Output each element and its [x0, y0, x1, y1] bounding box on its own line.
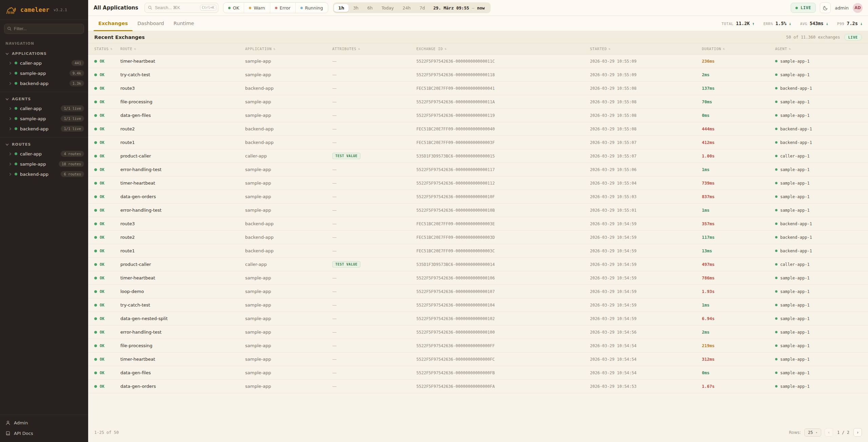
sidebar-item-backend-app[interactable]: backend-app 6 routes [0, 169, 88, 179]
column-header-route[interactable]: ROUTE⇅ [120, 47, 245, 51]
table-row[interactable]: OK product-caller caller-app TEST VALUE … [88, 149, 868, 163]
time-range-1h[interactable]: 1h [334, 4, 349, 12]
sidebar-item-caller-app[interactable]: caller-app 4 routes [0, 149, 88, 159]
table-row[interactable]: OK product-caller caller-app TEST VALUE … [88, 258, 868, 271]
status-filter-warn[interactable]: Warn [244, 3, 270, 13]
status-filter-running[interactable]: Running [296, 3, 328, 13]
column-header-started[interactable]: STARTED⇅ [590, 47, 702, 51]
time-range-6h[interactable]: 6h [363, 4, 377, 12]
route-cell: route1 [120, 140, 245, 145]
table-row[interactable]: OK error-handling-test sample-app — 5522… [88, 163, 868, 176]
table-row[interactable]: OK timer-heartbeat sample-app — 5522F5F9… [88, 353, 868, 366]
started-cell: 2026-03-29 10:54:54 [590, 357, 702, 362]
status-filter-label: OK [233, 5, 239, 10]
live-toggle-button[interactable]: LIVE [791, 3, 816, 13]
time-range-24h[interactable]: 24h [398, 4, 415, 12]
table-title-band: Recent Exchanges 50 of 11.360 exchanges … [88, 31, 868, 43]
status-cell: OK [94, 167, 120, 172]
time-range-today[interactable]: Today [377, 4, 398, 12]
prev-page-button[interactable]: ‹ [825, 428, 833, 437]
status-filter-ok[interactable]: OK [223, 3, 244, 13]
status-cell: OK [94, 59, 120, 64]
table-row[interactable]: OK try-catch-test sample-app — 5522F5F97… [88, 68, 868, 82]
date-range[interactable]: 29. März 09:55 – now [429, 5, 489, 10]
table-row[interactable]: OK route3 backend-app — FEC51BC20E7FF09-… [88, 217, 868, 231]
sidebar-filter [4, 24, 84, 34]
table-row[interactable]: OK data-gen-files sample-app — 5522F5F97… [88, 109, 868, 122]
column-header-status[interactable]: STATUS⇅ [94, 47, 120, 51]
table-row[interactable]: OK route1 backend-app — FEC51BC20E7FF09-… [88, 136, 868, 149]
attributes-cell: — [332, 248, 416, 253]
sidebar-footer-api-docs[interactable]: API Docs [0, 428, 88, 439]
avatar[interactable]: AD [853, 3, 863, 13]
sidebar-footer-admin[interactable]: Admin [0, 418, 88, 428]
table-row[interactable]: OK data-gen-orders sample-app — 5522F5F9… [88, 380, 868, 393]
agent-cell: backend-app-1 [775, 249, 862, 253]
stat-value: 7.2s [847, 21, 858, 26]
time-range-group: 1h3h6hToday24h7d 29. März 09:55 – now [333, 2, 491, 13]
time-range-7d[interactable]: 7d [415, 4, 429, 12]
theme-toggle-button[interactable] [820, 2, 831, 13]
sidebar-section-header[interactable]: APPLICATIONS [0, 49, 88, 58]
table-row[interactable]: OK error-handling-test sample-app — 5522… [88, 325, 868, 339]
page-indicator: 1 / 2 [836, 430, 850, 435]
attributes-cell: — [332, 86, 416, 91]
sidebar-section-header[interactable]: AGENTS [0, 94, 88, 103]
table-row[interactable]: OK error-handling-test sample-app — 5522… [88, 204, 868, 217]
route-cell: data-gen-files [120, 370, 245, 375]
next-page-button[interactable]: › [853, 428, 862, 437]
agent-status-dot [775, 223, 777, 225]
tab-runtime[interactable]: Runtime [169, 16, 199, 31]
tab-dashboard[interactable]: Dashboard [133, 16, 169, 31]
application-cell: sample-app [245, 343, 332, 348]
column-header-duration[interactable]: DURATION⇅ [702, 47, 775, 51]
sidebar-item-sample-app[interactable]: sample-app 1/1 live [0, 113, 88, 124]
table-row[interactable]: OK try-catch-test sample-app — 5522F5F97… [88, 298, 868, 312]
exchange-id-cell: 5522F5F97542636-0000000000000102 [416, 316, 590, 321]
time-range-3h[interactable]: 3h [349, 4, 363, 12]
route-cell: data-gen-orders [120, 194, 245, 199]
column-header-application[interactable]: APPLICATION⇅ [245, 47, 332, 51]
table-row[interactable]: OK timer-heartbeat sample-app — 5522F5F9… [88, 271, 868, 285]
table-row[interactable]: OK route1 backend-app — FEC51BC20E7FF09-… [88, 244, 868, 258]
table-row[interactable]: OK file-processing sample-app — 5522F5F9… [88, 339, 868, 353]
moon-icon [823, 5, 828, 10]
table-row[interactable]: OK data-gen-files sample-app — 5522F5F97… [88, 366, 868, 380]
table-row[interactable]: OK data-gen-nested-split sample-app — 55… [88, 312, 868, 325]
agent-status-dot [775, 128, 777, 130]
route-cell: try-catch-test [120, 72, 245, 77]
agent-cell: backend-app-1 [775, 140, 862, 145]
sidebar-item-backend-app[interactable]: backend-app 1/1 live [0, 124, 88, 134]
table-row[interactable]: OK timer-heartbeat sample-app — 5522F5F9… [88, 176, 868, 190]
sidebar-item-sample-app[interactable]: sample-app 9.4k [0, 68, 88, 78]
started-cell: 2026-03-29 10:54:59 [590, 222, 702, 226]
route-cell: route2 [120, 126, 245, 131]
column-header-attributes[interactable]: ATTRIBUTES⇅ [332, 47, 416, 51]
table-row[interactable]: OK route2 backend-app — FEC51BC20E7FF09-… [88, 231, 868, 244]
route-cell: product-caller [120, 262, 245, 267]
column-header-agent[interactable]: AGENT⇅ [775, 47, 862, 51]
sidebar-item-caller-app[interactable]: caller-app 1/1 live [0, 103, 88, 113]
table-row[interactable]: OK route3 backend-app — FEC51BC20E7FF09-… [88, 82, 868, 95]
table-row[interactable]: OK timer-heartbeat sample-app — 5522F5F9… [88, 55, 868, 68]
application-cell: caller-app [245, 153, 332, 159]
tab-exchanges[interactable]: Exchanges [94, 16, 133, 31]
sidebar-item-caller-app[interactable]: caller-app 441 [0, 58, 88, 68]
table-row[interactable]: OK loop-demo sample-app — 5522F5F9754263… [88, 285, 868, 298]
application-cell: backend-app [245, 126, 332, 131]
agent-status-dot [775, 317, 777, 320]
rows-per-page-select[interactable]: 25 ▾ [804, 428, 821, 437]
table-row[interactable]: OK file-processing sample-app — 5522F5F9… [88, 95, 868, 109]
application-cell: sample-app [245, 370, 332, 375]
column-header-exchange-id[interactable]: EXCHANGE ID⇅ [416, 47, 590, 51]
sidebar-section-header[interactable]: ROUTES [0, 140, 88, 149]
sidebar-item-sample-app[interactable]: sample-app 18 routes [0, 159, 88, 169]
route-cell: product-caller [120, 153, 245, 159]
application-cell: sample-app [245, 99, 332, 104]
table-row[interactable]: OK route2 backend-app — FEC51BC20E7FF09-… [88, 122, 868, 136]
sidebar-item-backend-app[interactable]: backend-app 1.3k [0, 78, 88, 88]
status-filter-error[interactable]: Error [270, 3, 296, 13]
filter-input[interactable] [4, 24, 84, 34]
user-name[interactable]: admin [835, 5, 849, 10]
table-row[interactable]: OK data-gen-orders sample-app — 5522F5F9… [88, 190, 868, 204]
